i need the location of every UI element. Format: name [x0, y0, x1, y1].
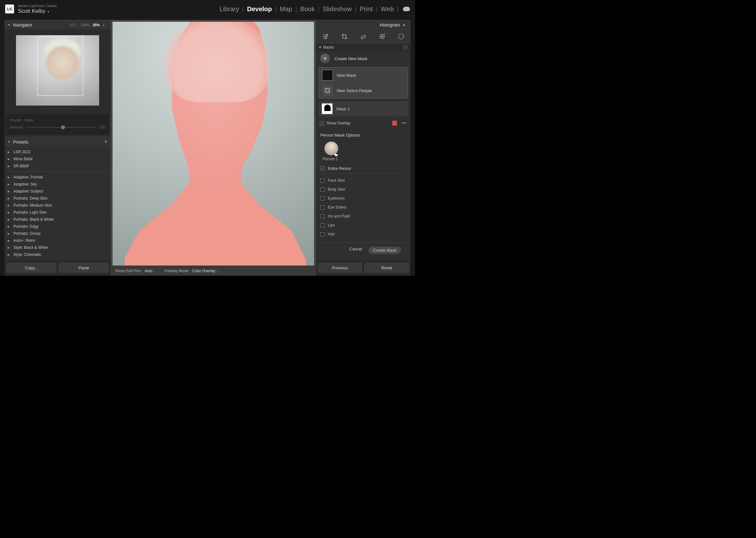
preset-label: Portraits: Medium Skin: [14, 203, 52, 208]
add-preset-button[interactable]: +: [104, 138, 107, 145]
module-slideshow[interactable]: Slideshow: [323, 5, 352, 13]
histogram-header[interactable]: Histogram ◀: [316, 20, 411, 29]
preset-item[interactable]: ▶Adaptive: Sky: [8, 181, 111, 188]
reset-button[interactable]: Reset: [365, 263, 409, 273]
preset-label: Portraits: Light Skin: [14, 210, 47, 215]
option-row[interactable]: Body Skin: [321, 185, 406, 194]
navigator-thumbnail[interactable]: [16, 35, 99, 106]
preset-value: None: [24, 118, 33, 123]
preset-item[interactable]: ▶Mimo B&W: [8, 155, 111, 162]
dot-icon: [319, 46, 321, 48]
preset-item[interactable]: ▶Portraits: Deep Skin: [8, 195, 111, 202]
identity-plate[interactable]: Adobe Lightroom Classic Scott Kelby▼: [18, 4, 57, 14]
checkbox[interactable]: [321, 205, 325, 209]
previous-button[interactable]: Previous: [318, 263, 362, 273]
preset-item[interactable]: ▶Portraits: Medium Skin: [8, 202, 111, 209]
module-book[interactable]: Book: [300, 5, 315, 13]
option-row[interactable]: Iris and Pupil: [321, 212, 406, 221]
edit-sliders-icon[interactable]: [322, 33, 329, 40]
copy-button[interactable]: Copy...: [6, 263, 56, 273]
checkbox[interactable]: [321, 223, 325, 227]
preset-item[interactable]: ▶SR-B&W: [8, 162, 111, 170]
edit-pins-value[interactable]: Auto ◇: [145, 269, 155, 273]
preset-item[interactable]: ▶Portraits: Black & White: [8, 216, 111, 223]
preset-item[interactable]: ▶Portraits: Light Skin: [8, 209, 111, 216]
triangle-right-icon: ▶: [8, 158, 10, 161]
preset-item[interactable]: ▶Style: Black & White: [8, 244, 111, 251]
checkbox[interactable]: [321, 232, 325, 237]
module-print[interactable]: Print: [360, 5, 373, 13]
heal-icon[interactable]: [360, 33, 367, 40]
masks-panel-header[interactable]: Masks ?: [316, 43, 411, 51]
option-row[interactable]: Eye Sclera: [321, 203, 406, 212]
zoom-100[interactable]: 100%: [80, 23, 89, 27]
option-row[interactable]: Hair: [321, 230, 406, 239]
triangle-down-icon: ▼: [8, 23, 11, 27]
option-entire-person[interactable]: ✓ Entire Person: [321, 165, 406, 174]
checkbox[interactable]: [321, 179, 325, 183]
option-row[interactable]: Lips: [321, 221, 406, 230]
triangle-right-icon: ▶: [8, 253, 10, 256]
show-overlay-checkbox[interactable]: ✓: [320, 121, 324, 125]
presets-title: Presets: [13, 139, 28, 144]
mask-group-1[interactable]: Mask 1: [319, 101, 408, 116]
amount-slider[interactable]: [25, 127, 96, 128]
presets-header[interactable]: ▼ Presets +: [5, 137, 111, 146]
overlay-color-swatch[interactable]: [392, 121, 397, 126]
overlay-mode-label: Overlay Mode:: [164, 269, 189, 273]
triangle-right-icon: ▶: [8, 197, 10, 200]
svg-point-4: [381, 36, 383, 37]
preset-item[interactable]: ▶Portraits: Edgy: [8, 223, 111, 230]
help-icon[interactable]: ?: [403, 45, 407, 50]
checkbox[interactable]: [321, 196, 325, 200]
cancel-button[interactable]: Cancel: [349, 246, 362, 254]
option-label: Eyebrows: [328, 196, 345, 200]
module-map[interactable]: Map: [280, 5, 292, 13]
mask-group-new[interactable]: New Mask New Select People: [319, 67, 408, 98]
edit-pins-label: Show Edit Pins:: [115, 269, 142, 273]
preset-item[interactable]: ▶Style: Cinematic: [8, 251, 111, 258]
preset-label: Adaptive: Portrait: [14, 175, 43, 180]
navigator-view-frame[interactable]: [37, 36, 83, 96]
masking-icon[interactable]: [397, 33, 405, 40]
module-develop[interactable]: Develop: [247, 5, 272, 13]
crop-icon[interactable]: [341, 33, 348, 40]
triangle-right-icon: ▶: [8, 151, 10, 153]
zoom-25[interactable]: 25%: [93, 23, 100, 27]
preset-item[interactable]: ▶Adaptive: Subject: [8, 188, 111, 195]
paste-button[interactable]: Paste: [59, 263, 109, 273]
preset-item[interactable]: ▶Portraits: Group: [8, 230, 111, 237]
histogram-title: Histogram: [379, 23, 400, 27]
image-canvas[interactable]: [113, 22, 314, 274]
toolbar-strip: Show Edit Pins: Auto ◇ Overlay Mode: Col…: [111, 265, 316, 276]
preset-label: Auto+: Retro: [14, 238, 35, 243]
cloud-sync-icon[interactable]: [403, 7, 410, 11]
mask-name: New Mask: [337, 73, 356, 78]
module-web[interactable]: Web: [381, 5, 394, 13]
redeye-icon[interactable]: [378, 33, 386, 40]
preset-item[interactable]: ▶Auto+: Retro: [8, 237, 111, 244]
zoom-fit[interactable]: FIT ◇: [70, 23, 77, 27]
option-row[interactable]: Face Skin: [321, 176, 406, 185]
create-new-mask-button[interactable]: + Create New Mask: [316, 51, 411, 66]
module-library[interactable]: Library: [220, 5, 239, 13]
checkbox[interactable]: [321, 214, 325, 218]
preset-label: LSR 2022: [14, 150, 30, 154]
checkbox[interactable]: [321, 188, 325, 191]
triangle-right-icon: ▶: [8, 246, 10, 249]
svg-line-5: [384, 33, 385, 34]
show-overlay-label: Show Overlay: [327, 121, 350, 125]
amount-value: 100: [99, 125, 105, 130]
create-mask-button[interactable]: Create Mask: [369, 246, 401, 254]
option-row[interactable]: Eyebrows: [321, 194, 406, 203]
zoom-stepper[interactable]: ▴▾: [103, 23, 104, 27]
more-options-icon[interactable]: •••: [402, 121, 407, 125]
person-1-thumb[interactable]: [324, 141, 338, 155]
navigator-header[interactable]: ▼ Navigator FIT ◇ 100% 25% ▴▾: [5, 20, 111, 29]
checkbox-checked[interactable]: ✓: [321, 166, 325, 171]
svg-rect-8: [326, 89, 329, 92]
preset-item[interactable]: ▶LSR 2022: [8, 148, 111, 155]
overlay-mode-value[interactable]: Color Overlay ◇: [192, 269, 219, 273]
triangle-right-icon: ▶: [8, 218, 10, 221]
preset-item[interactable]: ▶Adaptive: Portrait: [8, 174, 111, 181]
